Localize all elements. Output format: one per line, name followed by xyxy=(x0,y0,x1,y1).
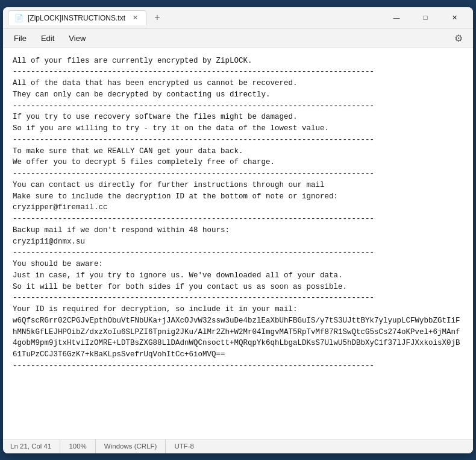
minimize-button[interactable]: — xyxy=(383,8,410,27)
file-menu[interactable]: File xyxy=(8,31,33,45)
line-col-indicator: Ln 21, Col 41 xyxy=(10,440,60,453)
file-icon: 📄 xyxy=(14,14,23,22)
menu-bar: File Edit View ⚙ xyxy=(3,29,473,48)
file-content: All of your files are currently encrypte… xyxy=(13,55,463,372)
zoom-indicator: 100% xyxy=(60,440,95,453)
active-tab[interactable]: 📄 [ZipLOCK]INSTRUCTIONS.txt ✕ xyxy=(8,10,146,25)
title-bar-left: 📄 [ZipLOCK]INSTRUCTIONS.txt ✕ + xyxy=(8,9,383,26)
text-content-area[interactable]: All of your files are currently encrypte… xyxy=(3,48,473,439)
close-button[interactable]: ✕ xyxy=(440,8,468,27)
title-bar: 📄 [ZipLOCK]INSTRUCTIONS.txt ✕ + — □ ✕ xyxy=(3,7,473,29)
tab-title: [ZipLOCK]INSTRUCTIONS.txt xyxy=(28,14,125,22)
notepad-window: 📄 [ZipLOCK]INSTRUCTIONS.txt ✕ + — □ ✕ Fi… xyxy=(3,7,473,453)
maximize-button[interactable]: □ xyxy=(412,8,439,27)
line-ending-indicator: Windows (CRLF) xyxy=(96,440,166,453)
new-tab-button[interactable]: + xyxy=(149,9,166,26)
encoding-indicator: UTF-8 xyxy=(166,440,202,453)
settings-button[interactable]: ⚙ xyxy=(449,28,468,48)
window-controls: — □ ✕ xyxy=(383,8,468,27)
menu-items: File Edit View xyxy=(8,31,92,45)
status-bar: Ln 21, Col 41 100% Windows (CRLF) UTF-8 xyxy=(3,439,473,453)
tab-close-button[interactable]: ✕ xyxy=(130,13,140,23)
view-menu[interactable]: View xyxy=(63,31,92,45)
edit-menu[interactable]: Edit xyxy=(35,31,60,45)
